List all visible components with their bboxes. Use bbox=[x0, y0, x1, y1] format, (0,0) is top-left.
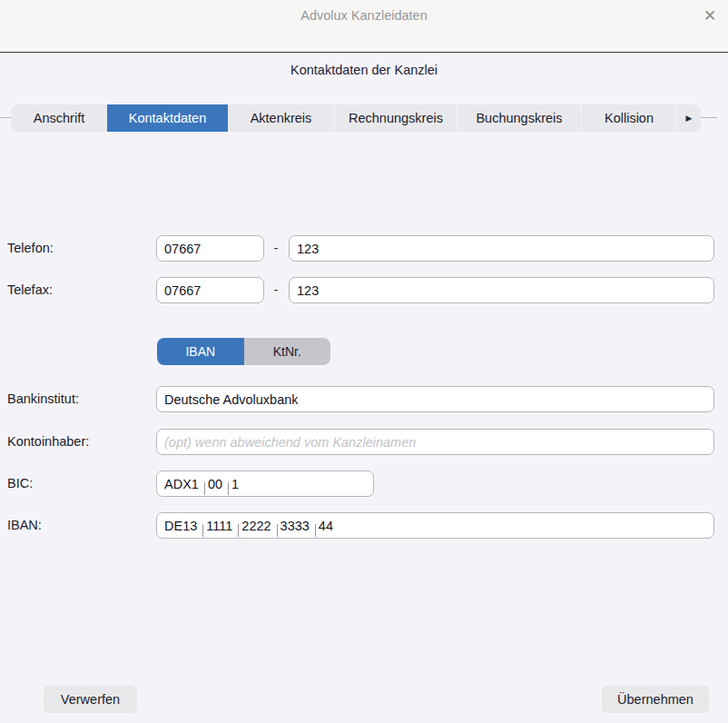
bic-label: BIC: bbox=[7, 470, 33, 497]
telefon-number-input[interactable] bbox=[289, 235, 714, 262]
telefax-row: Telefax: - bbox=[0, 277, 728, 303]
tab-rechnungskreis[interactable]: Rechnungskreis bbox=[334, 104, 457, 132]
value-group: 00 bbox=[208, 477, 222, 491]
group-separator bbox=[204, 482, 205, 495]
tab-kontaktdaten[interactable]: Kontaktdaten bbox=[107, 104, 228, 132]
telefax-label: Telefax: bbox=[7, 277, 53, 303]
kontoinhaber-label: Kontoinhaber: bbox=[7, 429, 89, 455]
tabbar-rail-left bbox=[0, 117, 11, 118]
group-separator bbox=[202, 524, 203, 537]
tab-bar: Anschrift Kontaktdaten Aktenkreis Rechnu… bbox=[11, 104, 701, 132]
tab-buchungskreis[interactable]: Buchungskreis bbox=[457, 104, 581, 132]
window-title: Advolux Kanzleidaten bbox=[0, 8, 728, 23]
telefon-prefix-input[interactable] bbox=[156, 235, 264, 262]
group-separator bbox=[228, 482, 229, 495]
group-separator bbox=[277, 524, 278, 537]
value-group: ADX1 bbox=[164, 477, 199, 491]
tab-anschrift[interactable]: Anschrift bbox=[11, 104, 107, 132]
value-group: 44 bbox=[319, 519, 333, 533]
telefax-number-input[interactable] bbox=[289, 277, 714, 303]
title-bar: Advolux Kanzleidaten ✕ bbox=[0, 0, 728, 53]
value-group: 1 bbox=[231, 477, 239, 491]
account-mode-toggle: IBAN KtNr. bbox=[157, 338, 330, 365]
bankinstitut-input[interactable] bbox=[156, 386, 714, 412]
close-icon[interactable]: ✕ bbox=[699, 5, 721, 26]
telefon-row: Telefon: - bbox=[0, 235, 728, 262]
bankinstitut-row: Bankinstitut: bbox=[0, 386, 728, 412]
group-separator bbox=[238, 524, 239, 537]
tab-kollision[interactable]: Kollision bbox=[581, 104, 676, 132]
telefon-label: Telefon: bbox=[7, 235, 54, 262]
telefax-separator: - bbox=[269, 277, 283, 303]
value-group: 1111 bbox=[206, 519, 232, 533]
apply-button[interactable]: Übernehmen bbox=[602, 686, 709, 713]
bic-input[interactable]: ADX1001 bbox=[156, 470, 374, 497]
toggle-option-ktnr[interactable]: KtNr. bbox=[244, 338, 331, 365]
discard-button[interactable]: Verwerfen bbox=[44, 686, 137, 713]
page-title: Kontaktdaten der Kanzlei bbox=[0, 63, 728, 77]
tab-overflow-arrow-icon[interactable]: ▶ bbox=[676, 104, 701, 132]
value-group: 3333 bbox=[280, 519, 310, 533]
kontoinhaber-input[interactable] bbox=[156, 429, 714, 455]
bic-row: BIC: ADX1001 bbox=[0, 470, 728, 497]
group-separator bbox=[315, 524, 316, 537]
tab-aktenkreis[interactable]: Aktenkreis bbox=[228, 104, 334, 132]
iban-label: IBAN: bbox=[7, 512, 42, 539]
toggle-option-iban[interactable]: IBAN bbox=[157, 338, 244, 365]
telefax-prefix-input[interactable] bbox=[156, 277, 264, 303]
kontoinhaber-row: Kontoinhaber: bbox=[0, 429, 728, 455]
value-group: 2222 bbox=[241, 519, 271, 533]
value-group: DE13 bbox=[164, 519, 197, 533]
iban-input[interactable]: DE1311112222333344 bbox=[156, 512, 714, 539]
tabbar-rail-right bbox=[701, 117, 717, 118]
iban-row: IBAN: DE1311112222333344 bbox=[0, 512, 728, 539]
telefon-separator: - bbox=[269, 235, 283, 262]
bankinstitut-label: Bankinstitut: bbox=[7, 386, 79, 412]
